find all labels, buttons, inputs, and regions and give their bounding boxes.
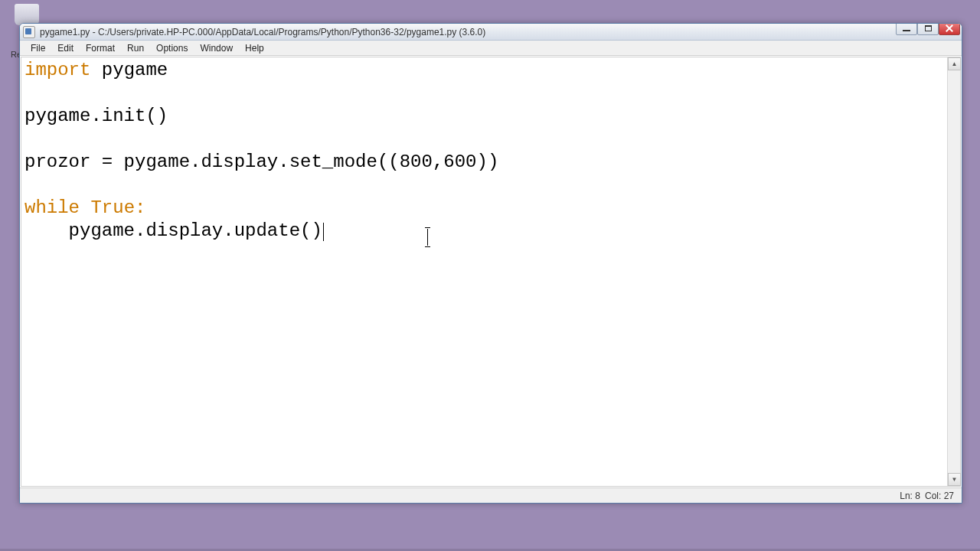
text-cursor <box>323 223 324 241</box>
scroll-down-arrow-icon[interactable]: ▼ <box>948 473 961 486</box>
menu-help[interactable]: Help <box>239 41 270 55</box>
keyword-import: import <box>24 60 90 80</box>
menu-run[interactable]: Run <box>121 41 150 55</box>
scroll-up-arrow-icon[interactable]: ▲ <box>948 57 961 70</box>
code-editor[interactable]: import pygame pygame.init() prozor = pyg… <box>21 57 947 486</box>
status-col: Col: 27 <box>925 491 954 501</box>
menu-format[interactable]: Format <box>80 41 121 55</box>
minimize-button[interactable] <box>896 23 917 35</box>
menu-window[interactable]: Window <box>194 41 239 55</box>
menu-file[interactable]: File <box>24 41 51 55</box>
keyword-while: while <box>24 197 80 218</box>
mouse-caret-icon <box>427 229 428 246</box>
vertical-scrollbar[interactable]: ▲ ▼ <box>947 57 960 486</box>
status-line: Ln: 8 <box>900 491 920 501</box>
window-title: pygame1.py - C:/Users/private.HP-PC.000/… <box>40 27 485 37</box>
close-icon <box>946 24 953 32</box>
editor-wrap: import pygame pygame.init() prozor = pyg… <box>21 57 961 487</box>
maximize-icon <box>925 25 932 31</box>
statusbar: Ln: 8 Col: 27 <box>20 487 962 503</box>
idle-editor-window: pygame1.py - C:/Users/private.HP-PC.000/… <box>19 23 962 504</box>
code-text: pygame <box>90 60 168 80</box>
menu-edit[interactable]: Edit <box>51 41 80 55</box>
window-controls <box>896 23 960 35</box>
code-line-init: pygame.init() <box>24 106 168 126</box>
titlebar[interactable]: pygame1.py - C:/Users/private.HP-PC.000/… <box>20 24 962 41</box>
maximize-button[interactable] <box>917 23 939 35</box>
close-button[interactable] <box>939 23 960 35</box>
code-line-mode: prozor = pygame.display.set_mode((800,60… <box>24 152 498 172</box>
menubar: File Edit Format Run Options Window Help <box>20 41 962 56</box>
keyword-true: True: <box>80 197 145 218</box>
code-line-update: pygame.display.update() <box>24 220 322 241</box>
minimize-icon <box>903 30 910 31</box>
python-file-icon <box>23 26 35 38</box>
menu-options[interactable]: Options <box>150 41 194 55</box>
